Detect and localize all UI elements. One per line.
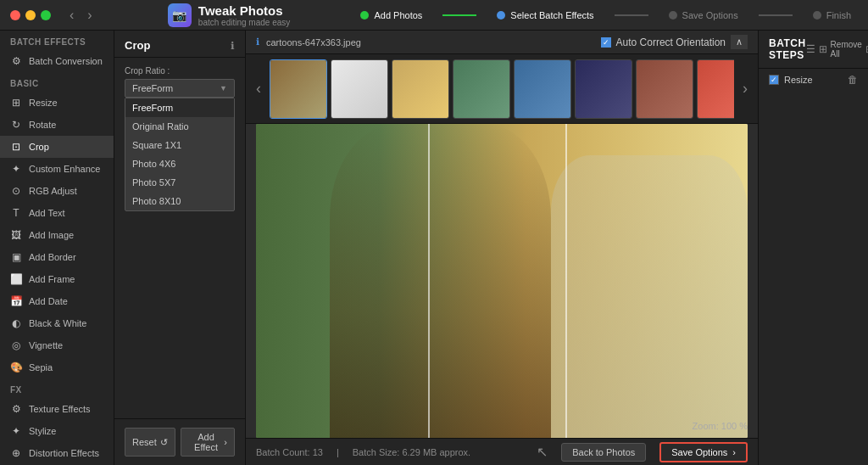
sidebar-item-add-text[interactable]: T Add Text xyxy=(0,202,114,224)
add-text-icon: T xyxy=(10,207,22,219)
sidebar-item-sepia[interactable]: 🎨 Sepia xyxy=(0,356,114,378)
crop-ratio-selected: FreeForm xyxy=(132,83,173,93)
maximize-button[interactable] xyxy=(41,10,51,20)
step-add-photos[interactable]: Add Photos xyxy=(360,10,422,20)
step-label-4: Finish xyxy=(826,10,851,20)
step-line-3 xyxy=(759,14,793,16)
sidebar-item-rotate[interactable]: ↻ Rotate xyxy=(0,114,114,136)
option-photo-8x10[interactable]: Photo 8X10 xyxy=(125,192,234,210)
sidebar-item-rgb-adjust[interactable]: ⊙ RGB Adjust xyxy=(0,180,114,202)
thumbnail-8[interactable] xyxy=(697,59,734,119)
batch-step-delete-resize[interactable]: 🗑 xyxy=(848,74,858,86)
app-title-area: 📷 Tweak Photos batch editing made easy xyxy=(104,3,354,27)
crop-panel-title: Crop xyxy=(125,39,150,52)
stylize-icon: ✦ xyxy=(10,425,22,437)
thumbnail-3[interactable] xyxy=(392,59,449,119)
section-batch-effects: BATCH EFFECTS xyxy=(0,31,114,50)
save-options-button[interactable]: Save Options › xyxy=(659,442,748,462)
step-finish[interactable]: Finish xyxy=(813,10,851,20)
sidebar-label-vignette: Vignette xyxy=(29,340,63,350)
app-name: Tweak Photos xyxy=(198,3,290,18)
sidebar-item-black-white[interactable]: ◐ Black & White xyxy=(0,312,114,334)
add-border-icon: ▣ xyxy=(10,251,22,263)
crop-ratio-label: Crop Ratio : xyxy=(125,66,235,76)
sidebar-item-custom-enhance[interactable]: ✦ Custom Enhance xyxy=(0,158,114,180)
reset-icon: ↺ xyxy=(160,437,168,448)
auto-correct-checkbox[interactable]: ✓ xyxy=(601,37,611,48)
zoom-indicator: Zoom: 100 % xyxy=(693,421,748,431)
back-to-photos-button[interactable]: Back to Photos xyxy=(561,443,646,462)
cartoon-characters-right xyxy=(551,155,748,438)
step-dot-4 xyxy=(813,11,821,20)
cursor-icon: ↖ xyxy=(537,444,548,460)
option-photo-5x7[interactable]: Photo 5X7 xyxy=(125,173,234,192)
crop-line-vertical-1 xyxy=(428,124,430,438)
sidebar-item-stylize[interactable]: ✦ Stylize xyxy=(0,420,114,442)
sidebar-item-batch-conversion[interactable]: ⚙ Batch Conversion xyxy=(0,50,114,72)
thumbnail-7[interactable] xyxy=(636,59,693,119)
nav-forward-button[interactable]: › xyxy=(82,6,97,25)
batch-steps-grid-view[interactable]: ⊞ xyxy=(819,43,827,55)
canvas-area: Zoom: 100 % xyxy=(246,124,758,438)
thumb-next-button[interactable]: › xyxy=(739,80,751,98)
sidebar-item-add-border[interactable]: ▣ Add Border xyxy=(0,246,114,268)
crop-icon: ⊡ xyxy=(10,141,22,153)
batch-steps-actions: ☰ ⊞ Remove All ⊟ xyxy=(806,40,868,59)
batch-step-checkbox-resize[interactable]: ✓ xyxy=(769,75,779,85)
reset-button[interactable]: Reset ↺ xyxy=(125,428,175,457)
thumb-prev-button[interactable]: ‹ xyxy=(253,80,264,98)
add-effect-button[interactable]: Add Effect › xyxy=(181,428,235,457)
checkmark-icon: ✓ xyxy=(603,38,609,47)
center-panel: ℹ cartoons-647x363.jpeg ✓ Auto Correct O… xyxy=(246,31,758,465)
minimize-button[interactable] xyxy=(25,10,36,20)
option-freeform[interactable]: FreeForm xyxy=(125,98,234,117)
sidebar-item-add-image[interactable]: 🖼 Add Image xyxy=(0,224,114,246)
thumbnail-1[interactable] xyxy=(270,59,327,119)
sidebar-label-add-border: Add Border xyxy=(29,252,76,262)
thumbnail-6[interactable] xyxy=(575,59,632,119)
section-fx: FX xyxy=(0,378,114,398)
top-steps: Add Photos Select Batch Effects Save Opt… xyxy=(360,10,851,20)
add-image-icon: 🖼 xyxy=(10,229,22,241)
option-square-1x1[interactable]: Square 1X1 xyxy=(125,136,234,154)
distortion-icon: ⊕ xyxy=(10,447,22,459)
sidebar-item-vignette[interactable]: ◎ Vignette xyxy=(0,334,114,356)
thumbnail-5[interactable] xyxy=(514,59,571,119)
auto-correct-chevron[interactable]: ∧ xyxy=(731,35,748,49)
step-dot-2 xyxy=(497,11,505,20)
sidebar-item-texture-effects[interactable]: ⚙ Texture Effects xyxy=(0,398,114,420)
crop-ratio-dropdown-button[interactable]: FreeForm ▼ xyxy=(125,79,235,98)
traffic-lights xyxy=(10,10,51,20)
texture-icon: ⚙ xyxy=(10,403,22,415)
batch-separator: | xyxy=(337,447,339,457)
step-line-2 xyxy=(615,14,648,16)
step-dot-3 xyxy=(669,11,677,20)
sidebar-item-add-frame[interactable]: ⬜ Add Frame xyxy=(0,268,114,290)
batch-step-label-resize: Resize xyxy=(784,75,843,85)
sepia-icon: 🎨 xyxy=(10,361,22,373)
info-icon[interactable]: ℹ xyxy=(231,40,235,52)
close-button[interactable] xyxy=(10,10,20,20)
batch-steps-remove-all[interactable]: Remove All xyxy=(831,40,862,59)
section-basic: BASIC xyxy=(0,72,114,92)
save-options-label: Save Options xyxy=(671,447,727,457)
crop-line-vertical-2 xyxy=(565,124,567,438)
add-date-icon: 📅 xyxy=(10,295,22,307)
option-original-ratio[interactable]: Original Ratio xyxy=(125,117,234,136)
sidebar-item-distortion-effects[interactable]: ⊕ Distortion Effects xyxy=(0,442,114,464)
add-effect-next-icon: › xyxy=(224,437,227,447)
sidebar-item-add-date[interactable]: 📅 Add Date xyxy=(0,290,114,312)
batch-steps-list-view[interactable]: ☰ xyxy=(806,43,815,55)
step-save-options[interactable]: Save Options xyxy=(669,10,738,20)
sidebar-item-crop[interactable]: ⊡ Crop xyxy=(0,136,114,158)
nav-back-button[interactable]: ‹ xyxy=(64,6,79,25)
batch-count: Batch Count: 13 xyxy=(256,447,323,457)
thumbnail-2[interactable] xyxy=(331,59,388,119)
step-select-effects[interactable]: Select Batch Effects xyxy=(497,10,593,20)
sidebar-label-rgb-adjust: RGB Adjust xyxy=(29,186,77,196)
save-next-icon: › xyxy=(732,447,736,457)
sidebar-label-distortion-effects: Distortion Effects xyxy=(29,448,99,458)
option-photo-4x6[interactable]: Photo 4X6 xyxy=(125,154,234,173)
sidebar-item-resize[interactable]: ⊞ Resize xyxy=(0,92,114,114)
thumbnail-4[interactable] xyxy=(453,59,510,119)
